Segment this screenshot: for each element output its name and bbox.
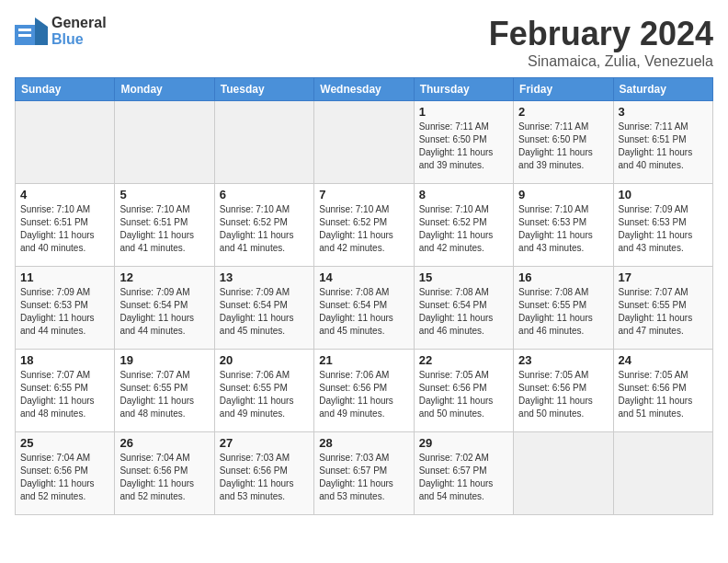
day-number: 4 — [20, 188, 109, 201]
calendar-cell: 2Sunrise: 7:11 AM Sunset: 6:50 PM Daylig… — [514, 101, 613, 184]
day-info: Sunrise: 7:07 AM Sunset: 6:55 PM Dayligh… — [619, 286, 708, 338]
svg-rect-2 — [18, 29, 31, 31]
day-info: Sunrise: 7:08 AM Sunset: 6:54 PM Dayligh… — [319, 286, 408, 338]
calendar-cell — [115, 101, 214, 184]
day-number: 19 — [119, 353, 209, 367]
calendar-cell: 23Sunrise: 7:05 AM Sunset: 6:56 PM Dayli… — [514, 350, 613, 432]
day-number: 11 — [20, 270, 109, 284]
location-title: Sinamaica, Zulia, Venezuela — [489, 53, 713, 70]
day-number: 14 — [319, 270, 408, 284]
page-header: General Blue February 2024 Sinamaica, Zu… — [15, 15, 713, 70]
day-number: 26 — [119, 436, 209, 450]
header-day-saturday: Saturday — [613, 78, 712, 101]
calendar-cell — [314, 101, 414, 184]
header-day-thursday: Thursday — [414, 78, 513, 101]
calendar-cell: 11Sunrise: 7:09 AM Sunset: 6:53 PM Dayli… — [16, 267, 115, 350]
day-info: Sunrise: 7:11 AM Sunset: 6:50 PM Dayligh… — [419, 121, 508, 172]
calendar-cell: 18Sunrise: 7:07 AM Sunset: 6:55 PM Dayli… — [16, 350, 115, 432]
calendar-cell: 29Sunrise: 7:02 AM Sunset: 6:57 PM Dayli… — [414, 432, 513, 515]
day-number: 6 — [220, 188, 309, 201]
day-number: 2 — [518, 105, 608, 119]
day-number: 10 — [619, 188, 708, 201]
day-info: Sunrise: 7:06 AM Sunset: 6:55 PM Dayligh… — [220, 369, 309, 420]
day-number: 3 — [619, 105, 708, 119]
day-number: 9 — [518, 188, 608, 201]
calendar-week-5: 25Sunrise: 7:04 AM Sunset: 6:56 PM Dayli… — [16, 432, 713, 515]
day-number: 5 — [119, 188, 209, 201]
calendar-week-2: 4Sunrise: 7:10 AM Sunset: 6:51 PM Daylig… — [16, 184, 713, 267]
calendar-cell: 26Sunrise: 7:04 AM Sunset: 6:56 PM Dayli… — [115, 432, 214, 515]
day-number: 25 — [20, 436, 109, 450]
day-info: Sunrise: 7:08 AM Sunset: 6:54 PM Dayligh… — [419, 286, 508, 338]
day-number: 18 — [20, 353, 109, 367]
calendar-cell: 20Sunrise: 7:06 AM Sunset: 6:55 PM Dayli… — [214, 350, 313, 432]
calendar-cell: 16Sunrise: 7:08 AM Sunset: 6:55 PM Dayli… — [514, 267, 613, 350]
day-info: Sunrise: 7:04 AM Sunset: 6:56 PM Dayligh… — [119, 452, 209, 503]
header-day-sunday: Sunday — [16, 78, 115, 101]
calendar-cell: 28Sunrise: 7:03 AM Sunset: 6:57 PM Dayli… — [314, 432, 414, 515]
day-info: Sunrise: 7:11 AM Sunset: 6:51 PM Dayligh… — [619, 121, 708, 172]
calendar-cell: 12Sunrise: 7:09 AM Sunset: 6:54 PM Dayli… — [115, 267, 214, 350]
day-number: 22 — [419, 353, 508, 367]
day-info: Sunrise: 7:11 AM Sunset: 6:50 PM Dayligh… — [518, 121, 608, 172]
day-number: 1 — [419, 105, 508, 119]
day-info: Sunrise: 7:10 AM Sunset: 6:52 PM Dayligh… — [419, 203, 508, 255]
calendar-week-4: 18Sunrise: 7:07 AM Sunset: 6:55 PM Dayli… — [16, 350, 713, 432]
header-day-monday: Monday — [115, 78, 214, 101]
day-info: Sunrise: 7:07 AM Sunset: 6:55 PM Dayligh… — [20, 369, 109, 420]
day-number: 21 — [319, 353, 408, 367]
calendar-cell: 25Sunrise: 7:04 AM Sunset: 6:56 PM Dayli… — [16, 432, 115, 515]
calendar-cell: 10Sunrise: 7:09 AM Sunset: 6:53 PM Dayli… — [613, 184, 712, 267]
day-info: Sunrise: 7:10 AM Sunset: 6:53 PM Dayligh… — [518, 203, 608, 255]
svg-marker-1 — [35, 17, 48, 45]
day-number: 8 — [419, 188, 508, 201]
svg-rect-3 — [18, 34, 31, 37]
day-number: 27 — [220, 436, 309, 450]
day-number: 12 — [119, 270, 209, 284]
calendar-cell — [16, 101, 115, 184]
day-info: Sunrise: 7:08 AM Sunset: 6:55 PM Dayligh… — [518, 286, 608, 338]
day-info: Sunrise: 7:09 AM Sunset: 6:54 PM Dayligh… — [220, 286, 309, 338]
day-info: Sunrise: 7:06 AM Sunset: 6:56 PM Dayligh… — [319, 369, 408, 420]
day-info: Sunrise: 7:07 AM Sunset: 6:55 PM Dayligh… — [119, 369, 209, 420]
day-number: 15 — [419, 270, 508, 284]
calendar-cell: 27Sunrise: 7:03 AM Sunset: 6:56 PM Dayli… — [214, 432, 313, 515]
calendar-cell: 1Sunrise: 7:11 AM Sunset: 6:50 PM Daylig… — [414, 101, 513, 184]
day-info: Sunrise: 7:02 AM Sunset: 6:57 PM Dayligh… — [419, 452, 508, 503]
day-info: Sunrise: 7:09 AM Sunset: 6:53 PM Dayligh… — [20, 286, 109, 338]
day-info: Sunrise: 7:10 AM Sunset: 6:52 PM Dayligh… — [220, 203, 309, 255]
logo-icon — [15, 17, 48, 45]
calendar-cell: 21Sunrise: 7:06 AM Sunset: 6:56 PM Dayli… — [314, 350, 414, 432]
day-number: 23 — [518, 353, 608, 367]
calendar-cell: 9Sunrise: 7:10 AM Sunset: 6:53 PM Daylig… — [514, 184, 613, 267]
day-info: Sunrise: 7:09 AM Sunset: 6:53 PM Dayligh… — [619, 203, 708, 255]
calendar-cell: 13Sunrise: 7:09 AM Sunset: 6:54 PM Dayli… — [214, 267, 313, 350]
day-info: Sunrise: 7:10 AM Sunset: 6:51 PM Dayligh… — [119, 203, 209, 255]
day-number: 20 — [220, 353, 309, 367]
day-number: 13 — [220, 270, 309, 284]
calendar-week-1: 1Sunrise: 7:11 AM Sunset: 6:50 PM Daylig… — [16, 101, 713, 184]
day-info: Sunrise: 7:03 AM Sunset: 6:56 PM Dayligh… — [220, 452, 309, 503]
calendar-cell: 19Sunrise: 7:07 AM Sunset: 6:55 PM Dayli… — [115, 350, 214, 432]
day-number: 28 — [319, 436, 408, 450]
calendar-cell: 4Sunrise: 7:10 AM Sunset: 6:51 PM Daylig… — [16, 184, 115, 267]
calendar-cell: 6Sunrise: 7:10 AM Sunset: 6:52 PM Daylig… — [214, 184, 313, 267]
calendar-body: 1Sunrise: 7:11 AM Sunset: 6:50 PM Daylig… — [16, 101, 713, 515]
calendar-cell: 17Sunrise: 7:07 AM Sunset: 6:55 PM Dayli… — [613, 267, 712, 350]
day-number: 24 — [619, 353, 708, 367]
calendar-cell: 8Sunrise: 7:10 AM Sunset: 6:52 PM Daylig… — [414, 184, 513, 267]
day-info: Sunrise: 7:04 AM Sunset: 6:56 PM Dayligh… — [20, 452, 109, 503]
logo-text: General Blue — [51, 15, 107, 48]
calendar-cell: 3Sunrise: 7:11 AM Sunset: 6:51 PM Daylig… — [613, 101, 712, 184]
day-info: Sunrise: 7:09 AM Sunset: 6:54 PM Dayligh… — [119, 286, 209, 338]
calendar-cell: 24Sunrise: 7:05 AM Sunset: 6:56 PM Dayli… — [613, 350, 712, 432]
logo-general: General — [51, 15, 107, 30]
day-number: 29 — [419, 436, 508, 450]
month-title: February 2024 — [489, 15, 713, 53]
calendar-cell — [514, 432, 613, 515]
logo: General Blue — [15, 15, 107, 48]
day-number: 16 — [518, 270, 608, 284]
title-block: February 2024 Sinamaica, Zulia, Venezuel… — [489, 15, 713, 70]
calendar-table: SundayMondayTuesdayWednesdayThursdayFrid… — [15, 77, 713, 515]
day-info: Sunrise: 7:05 AM Sunset: 6:56 PM Dayligh… — [619, 369, 708, 420]
